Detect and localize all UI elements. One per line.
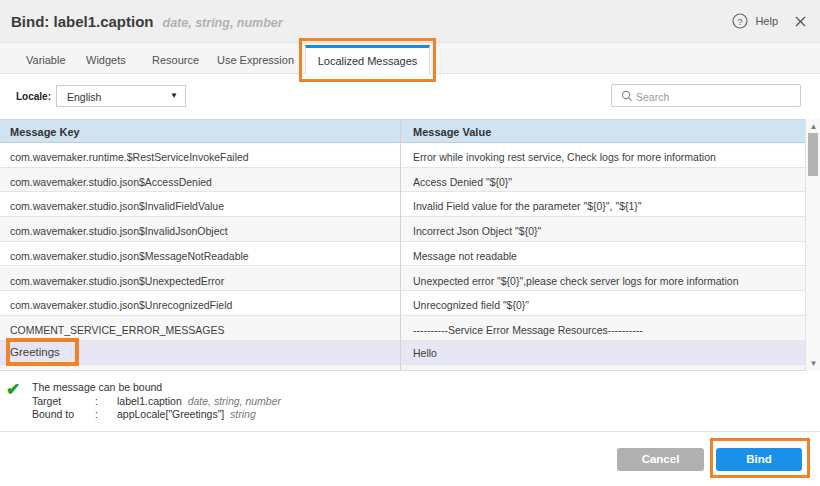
svg-text:?: ? — [738, 16, 743, 27]
